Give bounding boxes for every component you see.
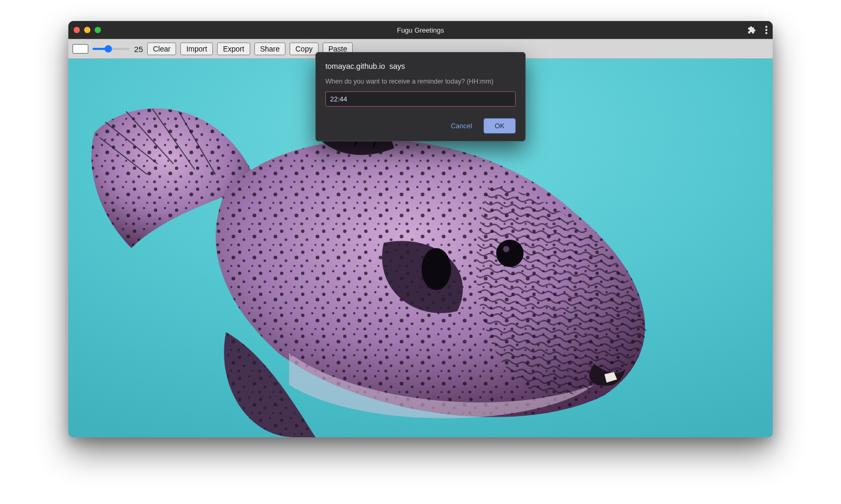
svg-point-1 <box>765 29 767 31</box>
dialog-message: When do you want to receive a reminder t… <box>325 78 516 85</box>
window-title: Fugu Greetings <box>68 26 773 34</box>
clear-button[interactable]: Clear <box>147 43 176 55</box>
dialog-title: tomayac.github.io says <box>325 62 516 70</box>
extensions-icon[interactable] <box>747 26 756 34</box>
brush-size-control: 25 <box>93 45 143 54</box>
close-window-button[interactable] <box>74 27 80 33</box>
svg-point-0 <box>765 26 767 28</box>
dialog-says-word: says <box>389 62 405 70</box>
copy-button[interactable]: Copy <box>290 43 319 55</box>
kebab-menu-icon[interactable] <box>765 26 767 34</box>
dialog-origin: tomayac.github.io <box>325 62 385 70</box>
window-titlebar: Fugu Greetings <box>68 21 773 39</box>
color-swatch[interactable] <box>73 44 88 54</box>
minimize-window-button[interactable] <box>84 27 90 33</box>
svg-point-11 <box>503 246 509 252</box>
svg-point-16 <box>422 248 451 290</box>
ok-button[interactable]: OK <box>484 118 516 133</box>
maximize-window-button[interactable] <box>95 27 101 33</box>
export-button[interactable]: Export <box>217 43 250 55</box>
dialog-input[interactable] <box>325 91 516 107</box>
app-window: Fugu Greetings 25 Clear Import Export Sh… <box>68 21 773 437</box>
traffic-lights <box>74 27 101 33</box>
svg-point-10 <box>496 240 524 267</box>
brush-size-value: 25 <box>132 45 143 54</box>
js-prompt-dialog: tomayac.github.io says When do you want … <box>315 52 526 141</box>
svg-point-2 <box>765 32 767 34</box>
dialog-actions: Cancel OK <box>325 118 516 133</box>
cancel-button[interactable]: Cancel <box>449 119 474 133</box>
brush-size-slider[interactable] <box>93 48 129 50</box>
import-button[interactable]: Import <box>180 43 213 55</box>
share-button[interactable]: Share <box>254 43 285 55</box>
